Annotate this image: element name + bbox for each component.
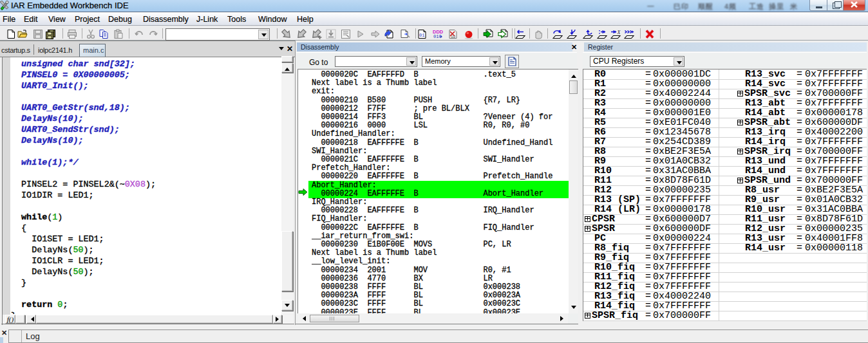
svg-text:01: 01: [419, 33, 424, 38]
svg-text:010: 010: [433, 34, 442, 39]
svg-text:X: X: [617, 30, 621, 35]
svg-text:10: 10: [451, 35, 456, 39]
